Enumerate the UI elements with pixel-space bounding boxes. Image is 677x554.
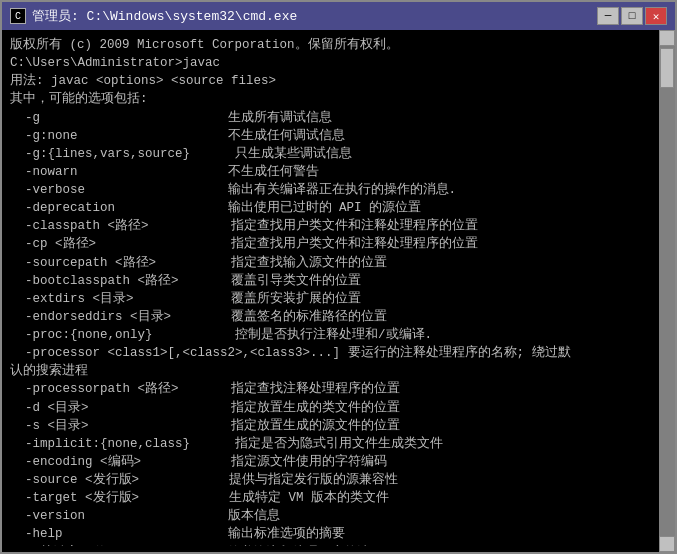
console-line: -encoding <编码> 指定源文件使用的字符编码: [10, 453, 667, 471]
console-line: -d <目录> 指定放置生成的类文件的位置: [10, 399, 667, 417]
console-line: -deprecation 输出使用已过时的 API 的源位置: [10, 199, 667, 217]
title-bar-controls: ─ □ ✕: [597, 7, 667, 25]
title-bar: C 管理员: C:\Windows\system32\cmd.exe ─ □ ✕: [2, 2, 675, 30]
console-line: -g:{lines,vars,source} 只生成某些调试信息: [10, 145, 667, 163]
console-line: -processor <class1>[,<class2>,<class3>..…: [10, 344, 667, 362]
console-line: -endorseddirs <目录> 覆盖签名的标准路径的位置: [10, 308, 667, 326]
close-button[interactable]: ✕: [645, 7, 667, 25]
console-line: -sourcepath <路径> 指定查找输入源文件的位置: [10, 254, 667, 272]
scroll-down-button[interactable]: ▼: [659, 536, 675, 552]
console-line: -verbose 输出有关编译器正在执行的操作的消息.: [10, 181, 667, 199]
console-line: 用法: javac <options> <source files>: [10, 72, 667, 90]
window-title: 管理员: C:\Windows\system32\cmd.exe: [32, 7, 297, 25]
console-line: -processorpath <路径> 指定查找注释处理程序的位置: [10, 380, 667, 398]
console-line: -bootclasspath <路径> 覆盖引导类文件的位置: [10, 272, 667, 290]
console-line: -implicit:{none,class} 指定是否为隐式引用文件生成类文件: [10, 435, 667, 453]
console-line: 认的搜索进程: [10, 362, 667, 380]
console-line: -extdirs <目录> 覆盖所安装扩展的位置: [10, 290, 667, 308]
console-line: -g:none 不生成任何调试信息: [10, 127, 667, 145]
console-line: -version 版本信息: [10, 507, 667, 525]
console-line: -cp <路径> 指定查找用户类文件和注释处理程序的位置: [10, 235, 667, 253]
console-line: C:\Users\Administrator>javac: [10, 54, 667, 72]
maximize-button[interactable]: □: [621, 7, 643, 25]
console-line: -s <目录> 指定放置生成的源文件的位置: [10, 417, 667, 435]
cmd-icon: C: [10, 8, 26, 24]
console-line: -source <发行版> 提供与指定发行版的源兼容性: [10, 471, 667, 489]
console-line: -proc:{none,only} 控制是否执行注释处理和/或编译.: [10, 326, 667, 344]
console-content: 版权所有 (c) 2009 Microsoft Corporation。保留所有…: [10, 36, 667, 546]
cmd-window: C 管理员: C:\Windows\system32\cmd.exe ─ □ ✕…: [0, 0, 677, 554]
title-bar-left: C 管理员: C:\Windows\system32\cmd.exe: [10, 7, 297, 25]
scrollbar[interactable]: ▲ ▼: [659, 30, 675, 552]
console-line: -help 输出标准选项的摘要: [10, 525, 667, 543]
console-line: 其中，可能的选项包括:: [10, 90, 667, 108]
scroll-up-button[interactable]: ▲: [659, 30, 675, 46]
scrollbar-track[interactable]: [659, 46, 675, 536]
console-line: -target <发行版> 生成特定 VM 版本的类文件: [10, 489, 667, 507]
console-line: -classpath <路径> 指定查找用户类文件和注释处理程序的位置: [10, 217, 667, 235]
console-line: 版权所有 (c) 2009 Microsoft Corporation。保留所有…: [10, 36, 667, 54]
console-line: -g 生成所有调试信息: [10, 109, 667, 127]
minimize-button[interactable]: ─: [597, 7, 619, 25]
console-body: 版权所有 (c) 2009 Microsoft Corporation。保留所有…: [2, 30, 675, 552]
console-line: -A关键字[=值] 传递给注释处理程序的选项: [10, 544, 667, 547]
scrollbar-thumb[interactable]: [660, 48, 674, 88]
console-line: -nowarn 不生成任何警告: [10, 163, 667, 181]
